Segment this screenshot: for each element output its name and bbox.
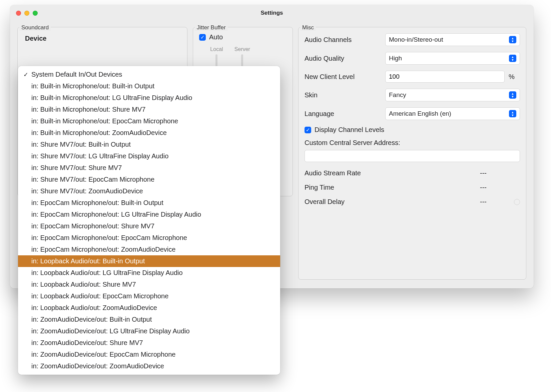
auto-label: Auto	[209, 33, 223, 41]
misc-group-title: Misc	[300, 24, 316, 31]
device-option-label: in: ZoomAudioDevice/out: Shure MV7	[31, 339, 275, 347]
device-option-label: in: Built-in Microphone/out: Shure MV7	[31, 106, 275, 113]
device-option-label: in: Shure MV7/out: Built-in Output	[31, 141, 275, 148]
device-option[interactable]: in: Loopback Audio/out: Built-in Output	[18, 255, 280, 267]
audio-quality-value: High	[389, 55, 402, 62]
display-channel-levels-label: Display Channel Levels	[315, 126, 384, 134]
device-option-label: in: EpocCam Microphone/out: Shure MV7	[31, 222, 275, 230]
device-option[interactable]: in: Shure MV7/out: EpocCam Microphone	[18, 174, 280, 185]
device-option[interactable]: ✓System Default In/Out Devices	[18, 69, 280, 80]
language-label: Language	[305, 110, 381, 118]
device-option-label: in: Built-in Microphone/out: ZoomAudioDe…	[31, 129, 275, 137]
ping-time-label: Ping Time	[305, 184, 480, 191]
audio-channels-select[interactable]: Mono-in/Stereo-out ▲▼	[385, 33, 520, 46]
device-option[interactable]: in: Loopback Audio/out: EpocCam Micropho…	[18, 290, 280, 302]
device-option-label: in: Built-in Microphone/out: LG UltraFin…	[31, 94, 275, 102]
device-option[interactable]: in: Built-in Microphone/out: EpocCam Mic…	[18, 115, 280, 127]
custom-server-input[interactable]	[305, 150, 520, 162]
server-fader-label: Server	[234, 46, 250, 52]
new-client-level-input[interactable]	[385, 71, 505, 83]
device-option-label: in: Loopback Audio/out: EpocCam Micropho…	[31, 292, 275, 300]
device-option[interactable]: in: ZoomAudioDevice/out: LG UltraFine Di…	[18, 325, 280, 337]
device-option-label: in: ZoomAudioDevice/out: Built-in Output	[31, 316, 275, 323]
jitter-group-title: Jitter Buffer	[195, 24, 228, 31]
skin-select[interactable]: Fancy ▲▼	[385, 89, 520, 101]
local-fader-label: Local	[210, 46, 223, 52]
device-option[interactable]: in: EpocCam Microphone/out: ZoomAudioDev…	[18, 244, 280, 255]
device-option[interactable]: in: Loopback Audio/out: Shure MV7	[18, 279, 280, 290]
device-option-label: in: Built-in Microphone/out: EpocCam Mic…	[31, 117, 275, 125]
chevron-updown-icon: ▲▼	[509, 110, 516, 117]
device-option[interactable]: in: EpocCam Microphone/out: EpocCam Micr…	[18, 232, 280, 244]
overall-delay-label: Overall Delay	[305, 198, 480, 206]
language-value: American English (en)	[389, 110, 451, 117]
device-option-label: System Default In/Out Devices	[31, 71, 275, 78]
device-option[interactable]: in: Built-in Microphone/out: Shure MV7	[18, 104, 280, 115]
device-option-label: in: Built-in Microphone/out: Built-in Ou…	[31, 82, 275, 90]
device-option-label: in: EpocCam Microphone/out: Built-in Out…	[31, 199, 275, 207]
audio-quality-select[interactable]: High ▲▼	[385, 52, 520, 65]
chevron-updown-icon: ▲▼	[509, 36, 516, 43]
device-option[interactable]: in: Shure MV7/out: LG UltraFine Display …	[18, 150, 280, 162]
new-client-level-label: New Client Level	[305, 73, 381, 81]
device-option-label: in: ZoomAudioDevice/out: EpocCam Microph…	[31, 351, 275, 358]
device-option[interactable]: in: ZoomAudioDevice/out: EpocCam Microph…	[18, 349, 280, 360]
chevron-updown-icon: ▲▼	[509, 91, 516, 99]
ping-time-value: ---	[480, 184, 510, 191]
device-option[interactable]: in: ZoomAudioDevice/out: Built-in Output	[18, 314, 280, 325]
device-option[interactable]: in: Built-in Microphone/out: LG UltraFin…	[18, 92, 280, 104]
audio-quality-label: Audio Quality	[305, 55, 381, 62]
delay-status-indicator	[514, 199, 520, 205]
device-option[interactable]: in: Shure MV7/out: Built-in Output	[18, 139, 280, 150]
device-option[interactable]: in: ZoomAudioDevice/out: Shure MV7	[18, 337, 280, 349]
skin-value: Fancy	[389, 91, 406, 99]
audio-stream-rate-label: Audio Stream Rate	[305, 169, 480, 177]
device-option[interactable]: in: Built-in Microphone/out: ZoomAudioDe…	[18, 127, 280, 139]
window-title: Settings	[10, 10, 534, 16]
device-label: Device	[25, 35, 47, 42]
audio-stream-rate-value: ---	[480, 169, 510, 177]
overall-delay-value: ---	[480, 198, 510, 206]
device-option-label: in: Loopback Audio/out: Built-in Output	[31, 257, 275, 265]
titlebar: Settings	[10, 5, 534, 21]
device-dropdown-menu[interactable]: ✓System Default In/Out Devicesin: Built-…	[18, 66, 280, 375]
device-option-label: in: ZoomAudioDevice/out: LG UltraFine Di…	[31, 327, 275, 335]
check-icon: ✓	[23, 71, 31, 78]
audio-channels-value: Mono-in/Stereo-out	[389, 36, 443, 43]
device-option-label: in: Shure MV7/out: ZoomAudioDevice	[31, 187, 275, 195]
device-option-label: in: Shure MV7/out: EpocCam Microphone	[31, 176, 275, 183]
device-option[interactable]: in: Loopback Audio/out: LG UltraFine Dis…	[18, 267, 280, 279]
device-option-label: in: ZoomAudioDevice/out: ZoomAudioDevice	[31, 362, 275, 370]
device-option-label: in: EpocCam Microphone/out: LG UltraFine…	[31, 211, 275, 218]
device-option-label: in: Loopback Audio/out: ZoomAudioDevice	[31, 304, 275, 312]
percent-suffix: %	[509, 73, 520, 81]
device-option-label: in: Shure MV7/out: Shure MV7	[31, 164, 275, 172]
device-option-label: in: EpocCam Microphone/out: ZoomAudioDev…	[31, 246, 275, 253]
device-option[interactable]: in: Loopback Audio/out: ZoomAudioDevice	[18, 302, 280, 314]
device-option-label: in: EpocCam Microphone/out: EpocCam Micr…	[31, 234, 275, 242]
device-option[interactable]: in: Shure MV7/out: ZoomAudioDevice	[18, 185, 280, 197]
misc-group: Misc Audio Channels Mono-in/Stereo-out ▲…	[298, 21, 526, 280]
audio-channels-label: Audio Channels	[305, 36, 381, 44]
soundcard-group-title: Soundcard	[19, 24, 51, 31]
display-channel-levels-checkbox[interactable]: ✓	[305, 127, 311, 133]
device-option[interactable]: in: EpocCam Microphone/out: Built-in Out…	[18, 197, 280, 209]
device-option[interactable]: in: Shure MV7/out: Shure MV7	[18, 162, 280, 174]
device-option[interactable]: in: ZoomAudioDevice/out: ZoomAudioDevice	[18, 360, 280, 372]
custom-server-label: Custom Central Server Address:	[305, 139, 520, 147]
device-option-label: in: Loopback Audio/out: LG UltraFine Dis…	[31, 269, 275, 277]
language-select[interactable]: American English (en) ▲▼	[385, 107, 520, 120]
chevron-updown-icon: ▲▼	[509, 55, 516, 62]
device-option-label: in: Shure MV7/out: LG UltraFine Display …	[31, 152, 275, 160]
device-option[interactable]: in: EpocCam Microphone/out: Shure MV7	[18, 220, 280, 232]
device-option[interactable]: in: Built-in Microphone/out: Built-in Ou…	[18, 80, 280, 92]
auto-checkbox[interactable]: ✓	[199, 34, 206, 41]
device-option[interactable]: in: EpocCam Microphone/out: LG UltraFine…	[18, 209, 280, 220]
device-option-label: in: Loopback Audio/out: Shure MV7	[31, 281, 275, 288]
skin-label: Skin	[305, 91, 381, 99]
